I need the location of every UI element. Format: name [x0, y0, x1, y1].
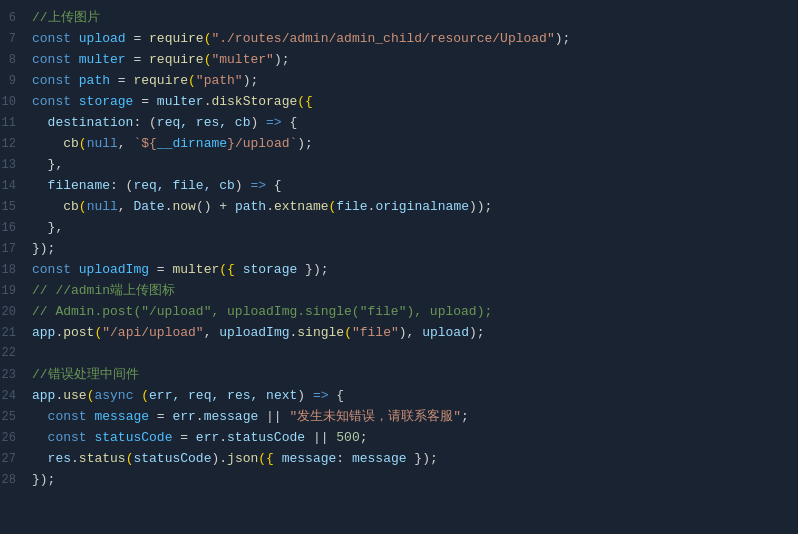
token: =>	[313, 388, 329, 403]
code-line: 15 cb(null, Date.now() + path.extname(fi…	[0, 197, 798, 218]
code-line: 27 res.status(statusCode).json({ message…	[0, 449, 798, 470]
token: const	[32, 31, 79, 46]
token: "/api/upload"	[102, 325, 203, 340]
line-content: app.post("/api/upload", uploadImg.single…	[28, 323, 798, 344]
token: ({	[297, 94, 313, 109]
code-line: 14 filename: (req, file, cb) => {	[0, 176, 798, 197]
code-line: 11 destination: (req, res, cb) => {	[0, 113, 798, 134]
token: "file"	[352, 325, 399, 340]
code-line: 7const upload = require("./routes/admin/…	[0, 29, 798, 50]
token: message	[282, 451, 337, 466]
code-line: 17});	[0, 239, 798, 260]
token: res	[32, 451, 71, 466]
token: },	[32, 157, 63, 172]
token: const	[32, 73, 79, 88]
line-content: app.use(async (err, req, res, next) => {	[28, 386, 798, 407]
line-number: 26	[0, 429, 28, 448]
token: use	[63, 388, 86, 403]
code-line: 20// Admin.post("/upload", uploadImg.sin…	[0, 302, 798, 323]
token: )	[235, 178, 251, 193]
token: =>	[266, 115, 282, 130]
token: storage	[79, 94, 134, 109]
token: err	[196, 430, 219, 445]
token: =	[133, 94, 156, 109]
line-content: //错误处理中间件	[28, 365, 798, 386]
token: multer	[79, 52, 126, 67]
code-line: 16 },	[0, 218, 798, 239]
token: {	[266, 178, 282, 193]
token: cb	[32, 199, 79, 214]
line-number: 28	[0, 471, 28, 490]
token: () +	[196, 199, 235, 214]
line-content: destination: (req, res, cb) => {	[28, 113, 798, 134]
token: });	[407, 451, 438, 466]
token: =	[172, 430, 195, 445]
token: .	[266, 199, 274, 214]
token: `${	[133, 136, 156, 151]
token: __dirname	[157, 136, 227, 151]
token: // //admin端上传图标	[32, 283, 175, 298]
code-line: 9const path = require("path");	[0, 71, 798, 92]
code-line: 6//上传图片	[0, 8, 798, 29]
token: storage	[235, 262, 305, 277]
token: =	[110, 73, 133, 88]
token: const	[32, 262, 79, 277]
token: });	[32, 472, 55, 487]
token: ;	[461, 409, 469, 424]
token: require	[149, 52, 204, 67]
token: ,	[118, 136, 134, 151]
token: =	[149, 409, 172, 424]
code-line: 8const multer = require("multer");	[0, 50, 798, 71]
token: json	[227, 451, 258, 466]
token: async	[94, 388, 141, 403]
token: (	[344, 325, 352, 340]
token: ,	[204, 325, 220, 340]
token: (	[79, 136, 87, 151]
token: multer	[172, 262, 219, 277]
token: app	[32, 325, 55, 340]
token: file	[336, 199, 367, 214]
token: path	[235, 199, 266, 214]
line-content: },	[28, 218, 798, 239]
token: )	[297, 388, 313, 403]
token: : (	[110, 178, 133, 193]
line-content: const uploadImg = multer({ storage });	[28, 260, 798, 281]
code-line: 24app.use(async (err, req, res, next) =>…	[0, 386, 798, 407]
token: null	[87, 199, 118, 214]
line-number: 9	[0, 72, 28, 91]
token: statusCode	[227, 430, 305, 445]
token: ;	[360, 430, 368, 445]
line-content: const statusCode = err.statusCode || 500…	[28, 428, 798, 449]
token: (	[79, 199, 87, 214]
token: err	[172, 409, 195, 424]
token: );	[243, 73, 259, 88]
line-content: });	[28, 470, 798, 491]
line-number: 11	[0, 114, 28, 133]
token: .	[219, 430, 227, 445]
token: =	[149, 262, 172, 277]
token: post	[63, 325, 94, 340]
token: ||	[305, 430, 336, 445]
line-number: 20	[0, 303, 28, 322]
line-content: const message = err.message || "发生未知错误，请…	[28, 407, 798, 428]
line-content: const storage = multer.diskStorage({	[28, 92, 798, 113]
line-content: cb(null, Date.now() + path.extname(file.…	[28, 197, 798, 218]
line-content: // Admin.post("/upload", uploadImg.singl…	[28, 302, 798, 323]
token: uploadImg	[219, 325, 289, 340]
code-line: 10const storage = multer.diskStorage({	[0, 92, 798, 113]
token: statusCode	[94, 430, 172, 445]
token: );	[469, 325, 485, 340]
code-line: 25 const message = err.message || "发生未知错…	[0, 407, 798, 428]
token: const	[32, 94, 79, 109]
line-content: //上传图片	[28, 8, 798, 29]
line-number: 19	[0, 282, 28, 301]
token: now	[172, 199, 195, 214]
token: ,	[118, 199, 134, 214]
token: });	[305, 262, 328, 277]
line-number: 14	[0, 177, 28, 196]
token: 500	[336, 430, 359, 445]
token: ),	[399, 325, 422, 340]
token: upload	[422, 325, 469, 340]
token: message	[352, 451, 407, 466]
code-line: 23//错误处理中间件	[0, 365, 798, 386]
